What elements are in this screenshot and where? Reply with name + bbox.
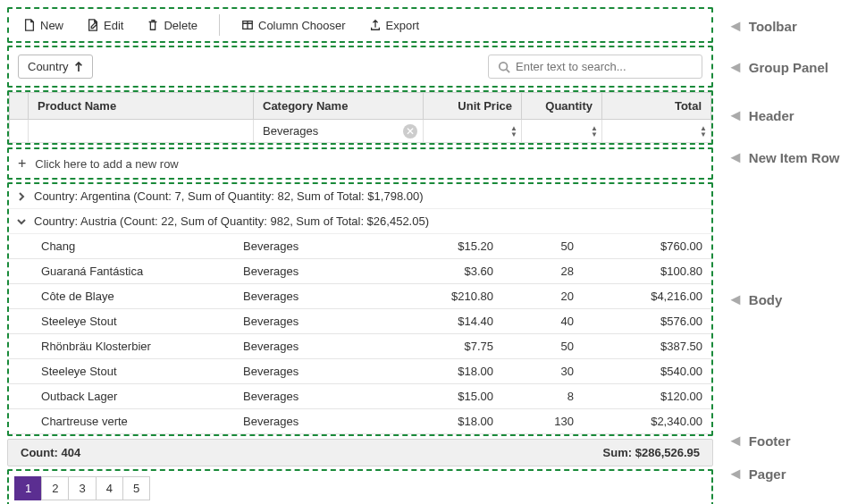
cell-product: Chang xyxy=(9,234,234,259)
product-column-header[interactable]: Product Name xyxy=(29,93,254,120)
table-row[interactable]: Steeleye Stout Beverages $18.00 30 $540.… xyxy=(9,359,711,384)
edit-icon xyxy=(87,19,99,31)
page-button-3[interactable]: 3 xyxy=(68,476,96,500)
chevron-right-icon xyxy=(16,191,27,202)
filter-quantity[interactable]: ▲▼ xyxy=(522,120,602,143)
group-summary: Country: Argentina (Count: 7, Sum of Qua… xyxy=(34,189,424,203)
page-button-2[interactable]: 2 xyxy=(41,476,69,500)
new-item-row[interactable]: + Click here to add a new row xyxy=(7,147,713,180)
table-row[interactable]: Outback Lager Beverages $15.00 8 $120.00 xyxy=(9,384,711,409)
cell-price: $18.00 xyxy=(404,359,502,384)
label-group-panel: Group Panel xyxy=(749,60,828,75)
filter-product[interactable] xyxy=(29,120,254,143)
cell-category: Beverages xyxy=(234,359,404,384)
edit-button[interactable]: Edit xyxy=(81,15,129,36)
group-chip-label: Country xyxy=(28,60,69,73)
search-input[interactable] xyxy=(516,60,693,73)
footer: Count: 404 Sum: $286,526.95 xyxy=(7,439,713,466)
table-row[interactable]: Chartreuse verte Beverages $18.00 130 $2… xyxy=(9,409,711,434)
filter-category[interactable]: Beverages ✕ xyxy=(254,120,424,143)
cell-quantity: 130 xyxy=(502,409,583,434)
label-header: Header xyxy=(749,108,794,123)
toolbar: New Edit Delete Column Chooser Export xyxy=(7,7,713,43)
separator xyxy=(219,14,220,36)
label-new-row: New Item Row xyxy=(749,150,840,165)
trash-icon xyxy=(147,19,159,31)
cell-category: Beverages xyxy=(234,259,404,284)
footer-count: Count: 404 xyxy=(21,446,80,459)
cell-quantity: 8 xyxy=(502,384,583,409)
cell-product: Rhönbräu Klosterbier xyxy=(9,334,234,359)
cell-category: Beverages xyxy=(234,409,404,434)
filter-total[interactable]: ▲▼ xyxy=(602,120,711,143)
filter-expand xyxy=(10,120,29,143)
footer-sum: Sum: $286,526.95 xyxy=(603,446,700,459)
clear-filter-icon[interactable]: ✕ xyxy=(403,124,417,139)
filter-category-value: Beverages xyxy=(263,124,318,138)
cell-quantity: 50 xyxy=(502,234,583,259)
group-summary: Country: Austria (Count: 22, Sum of Quan… xyxy=(34,214,429,228)
quantity-column-header[interactable]: Quantity xyxy=(522,93,602,120)
filter-row: Beverages ✕ ▲▼ ▲▼ ▲▼ xyxy=(10,120,711,143)
table-row[interactable]: Steeleye Stout Beverages $14.40 40 $576.… xyxy=(9,309,711,334)
cell-quantity: 50 xyxy=(502,334,583,359)
chevron-down-icon xyxy=(16,216,27,227)
sort-asc-icon xyxy=(74,62,83,72)
export-icon xyxy=(369,19,382,31)
page-button-1[interactable]: 1 xyxy=(14,476,42,500)
cell-product: Steeleye Stout xyxy=(9,359,234,384)
page-button-4[interactable]: 4 xyxy=(96,476,123,500)
cell-category: Beverages xyxy=(234,234,404,259)
cell-category: Beverages xyxy=(234,309,404,334)
expand-column-header[interactable] xyxy=(10,93,29,120)
cell-total: $387.50 xyxy=(583,334,711,359)
header: Product Name Category Name Unit Price Qu… xyxy=(7,90,713,145)
table-row[interactable]: Guaraná Fantástica Beverages $3.60 28 $1… xyxy=(9,259,711,284)
spinner-icon[interactable]: ▲▼ xyxy=(591,125,598,138)
file-icon xyxy=(23,19,36,31)
label-footer: Footer xyxy=(749,433,791,449)
label-body: Body xyxy=(749,292,783,307)
cell-quantity: 28 xyxy=(502,259,583,284)
cell-total: $540.00 xyxy=(583,359,711,384)
export-button[interactable]: Export xyxy=(364,15,425,36)
group-row-argentina[interactable]: Country: Argentina (Count: 7, Sum of Qua… xyxy=(9,184,711,209)
new-item-text: Click here to add a new row xyxy=(35,157,178,171)
spinner-icon[interactable]: ▲▼ xyxy=(510,125,517,138)
cell-total: $100.80 xyxy=(583,259,711,284)
table-row[interactable]: Rhönbräu Klosterbier Beverages $7.75 50 … xyxy=(9,334,711,359)
cell-total: $120.00 xyxy=(583,384,711,409)
cell-price: $14.40 xyxy=(404,309,502,334)
body: Country: Argentina (Count: 7, Sum of Qua… xyxy=(7,182,713,436)
cell-price: $18.00 xyxy=(404,409,502,434)
svg-point-1 xyxy=(500,62,508,70)
delete-button[interactable]: Delete xyxy=(141,15,203,36)
columns-icon xyxy=(241,19,254,31)
table-row[interactable]: Chang Beverages $15.20 50 $760.00 xyxy=(9,234,711,259)
pager: 12345 xyxy=(7,469,713,504)
cell-product: Côte de Blaye xyxy=(9,284,234,309)
spinner-icon[interactable]: ▲▼ xyxy=(700,125,707,138)
group-row-austria[interactable]: Country: Austria (Count: 22, Sum of Quan… xyxy=(9,209,711,234)
group-chip-country[interactable]: Country xyxy=(18,55,93,79)
cell-price: $3.60 xyxy=(404,259,502,284)
page-button-5[interactable]: 5 xyxy=(122,476,150,500)
price-column-header[interactable]: Unit Price xyxy=(424,93,522,120)
total-column-header[interactable]: Total xyxy=(602,93,711,120)
column-chooser-label: Column Chooser xyxy=(258,19,346,32)
cell-price: $210.80 xyxy=(404,284,502,309)
new-label: New xyxy=(40,19,63,32)
category-column-header[interactable]: Category Name xyxy=(254,93,424,120)
column-chooser-button[interactable]: Column Chooser xyxy=(236,15,351,36)
cell-quantity: 20 xyxy=(502,284,583,309)
plus-icon: + xyxy=(18,155,26,172)
cell-product: Guaraná Fantástica xyxy=(9,259,234,284)
search-box[interactable] xyxy=(488,55,702,79)
cell-price: $15.00 xyxy=(404,384,502,409)
label-toolbar: Toolbar xyxy=(749,19,797,34)
new-button[interactable]: New xyxy=(18,15,69,36)
cell-quantity: 40 xyxy=(502,309,583,334)
filter-price[interactable]: ▲▼ xyxy=(424,120,522,143)
table-row[interactable]: Côte de Blaye Beverages $210.80 20 $4,21… xyxy=(9,284,711,309)
search-icon xyxy=(498,61,510,73)
